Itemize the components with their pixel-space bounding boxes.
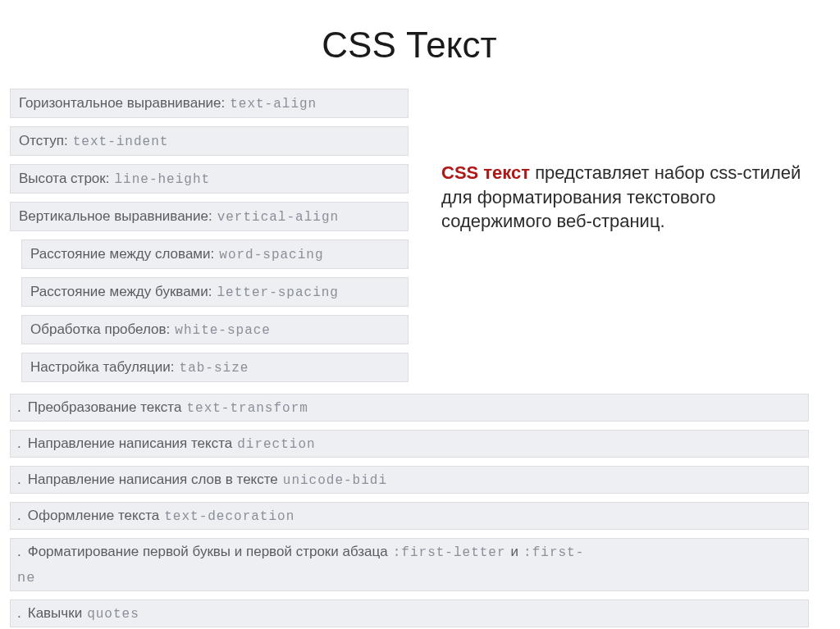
property-code: quotes <box>87 607 139 622</box>
property-code: unicode-bidi <box>283 473 387 488</box>
property-label: Расстояние между словами: <box>30 246 214 262</box>
property-label: Высота строк: <box>19 171 109 187</box>
property-code: text-indent <box>73 134 169 149</box>
property-code: text-decoration <box>164 509 294 524</box>
property-row: Обработка пробелов:white-space <box>21 315 409 344</box>
property-code: :first-letter <box>393 545 506 560</box>
truncated-code: ne <box>17 570 35 586</box>
property-label: Обработка пробелов: <box>30 321 170 338</box>
property-label: Кавычки <box>28 605 82 622</box>
property-row: Высота строк:line-height <box>10 164 409 194</box>
bullet: . <box>17 399 21 416</box>
property-row: Расстояние между словами:word-spacing <box>21 239 409 269</box>
property-row: .Оформление текстаtext-decoration <box>10 502 809 530</box>
property-code: white-space <box>175 323 271 338</box>
property-label: Оформление текста <box>28 508 159 524</box>
property-label: Расстояние между буквами: <box>30 284 212 300</box>
bullet: . <box>17 605 21 622</box>
property-label: Горизонтальное выравнивание: <box>19 95 225 112</box>
property-row: .Форматирование первой буквы и первой ст… <box>10 538 809 566</box>
left-column: Горизонтальное выравнивание:text-alignОт… <box>10 89 409 390</box>
property-label: Направление написания слов в тексте <box>28 472 278 488</box>
separator: и <box>511 544 519 560</box>
property-code: tab-size <box>180 361 249 376</box>
property-row: .Кавычкиquotes <box>10 599 809 627</box>
property-label: Преобразование текста <box>28 399 182 416</box>
property-label: Отступ: <box>19 133 68 149</box>
property-code: word-spacing <box>219 248 323 262</box>
property-label: Вертикальное выравнивание: <box>19 208 212 225</box>
property-label: Форматирование первой буквы и первой стр… <box>28 544 388 560</box>
property-row: Настройка табуляции:tab-size <box>21 353 409 382</box>
property-label: Настройка табуляции: <box>30 359 175 376</box>
property-label: Направление написания текста <box>28 435 232 452</box>
property-row: Отступ:text-indent <box>10 126 409 156</box>
property-code: :first- <box>523 545 584 560</box>
description: CSS текст представляет набор css-стилей … <box>441 161 802 234</box>
bullet: . <box>17 508 21 524</box>
property-code: letter-spacing <box>217 285 339 300</box>
property-row: .Направление написания текстаdirection <box>10 430 809 458</box>
right-column: CSS текст представляет набор css-стилей … <box>441 89 802 390</box>
property-row: .Направление написания слов в текстеunic… <box>10 466 809 494</box>
bullet: . <box>17 472 21 488</box>
bullet: . <box>17 435 21 452</box>
columns: Горизонтальное выравнивание:text-alignОт… <box>10 89 809 390</box>
slide-title: CSS Текст <box>10 25 809 66</box>
property-row: Расстояние между буквами:letter-spacing <box>21 277 409 307</box>
property-code: direction <box>237 437 315 452</box>
truncated-fragment: ne <box>10 565 809 591</box>
property-code: text-align <box>230 97 317 112</box>
slide: CSS Текст Горизонтальное выравнивание:te… <box>0 0 840 629</box>
property-code: text-transform <box>186 401 308 416</box>
bottom-rows: .Преобразование текстаtext-transform.Нап… <box>10 394 809 627</box>
property-code: vertical-align <box>217 210 339 225</box>
description-strong: CSS текст <box>441 162 530 183</box>
property-row: .Преобразование текстаtext-transform <box>10 394 809 422</box>
property-code: line-height <box>114 172 210 187</box>
property-row: Горизонтальное выравнивание:text-align <box>10 89 409 118</box>
property-row: Вертикальное выравнивание:vertical-align <box>10 202 409 231</box>
bullet: . <box>17 544 21 560</box>
